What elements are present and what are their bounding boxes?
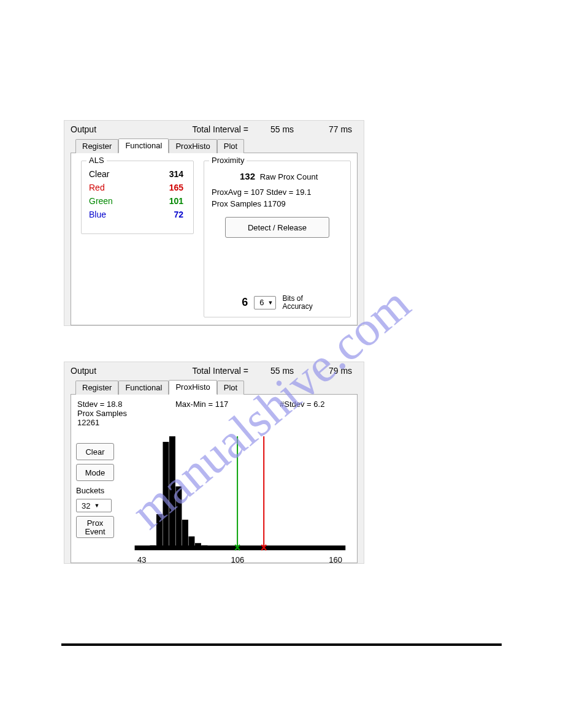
buckets-select-value: 32: [82, 501, 90, 510]
als-legend: ALS: [86, 156, 107, 165]
bits-select-value: 6: [259, 298, 264, 307]
prox-event-button[interactable]: ProxEvent: [76, 516, 114, 538]
prox-avg-stdev: ProxAvg = 107 Stdev = 19.1: [212, 188, 345, 197]
tabstrip: Register Functional ProxHisto Plot: [75, 138, 358, 153]
proximity-groupbox: Proximity 132 Raw Prox Count ProxAvg = 1…: [204, 161, 351, 317]
tab-functional[interactable]: Functional: [118, 138, 169, 153]
als-row-clear: Clear 314: [86, 167, 188, 181]
footer-rule: [61, 643, 502, 646]
raw-prox-count-label: Raw Prox Count: [260, 172, 318, 181]
tab-proxhisto[interactable]: ProxHisto: [169, 380, 216, 395]
chevron-down-icon: ▼: [94, 502, 99, 509]
als-blue-value: 72: [174, 210, 183, 219]
bits-of-accuracy-row: 6 6 ▼ Bits of Accuracy: [204, 295, 350, 311]
svg-rect-4: [169, 436, 175, 548]
total-interval-value-1: 55 ms: [248, 124, 316, 134]
functional-tab-body: ALS Clear 314 Red 165 Green 101 Blue 72 …: [71, 153, 358, 325]
svg-rect-2: [156, 514, 163, 547]
axis-mid: 106: [231, 555, 245, 564]
histo-numstdev: #Stdev = 6.2: [280, 400, 352, 427]
total-interval-label: Total Interval =: [163, 124, 248, 134]
proxhisto-tab-body: Stdev = 18.8 Prox Samples 12261 Max-Min …: [71, 394, 358, 563]
svg-rect-6: [182, 520, 188, 547]
histo-area: Clear Mode Buckets 32 ▼ ProxEvent 43 106…: [76, 430, 352, 564]
total-interval-value-1: 55 ms: [248, 366, 316, 376]
histo-stdev: Stdev = 18.8: [77, 400, 175, 409]
total-interval-value-2: 79 ms: [316, 366, 365, 376]
tabstrip: Register Functional ProxHisto Plot: [75, 379, 358, 394]
bits-display-value: 6: [242, 296, 248, 309]
tab-plot[interactable]: Plot: [217, 139, 244, 153]
buckets-label: Buckets: [76, 486, 125, 495]
histo-stats-row: Stdev = 18.8 Prox Samples 12261 Max-Min …: [77, 400, 352, 427]
tab-register[interactable]: Register: [75, 139, 118, 153]
als-row-green: Green 101: [86, 194, 188, 208]
als-clear-label: Clear: [89, 169, 109, 179]
als-red-value: 165: [169, 183, 183, 192]
als-row-red: Red 165: [86, 181, 188, 194]
histogram-chart: [125, 430, 352, 564]
tab-proxhisto[interactable]: ProxHisto: [169, 139, 216, 153]
svg-rect-3: [163, 442, 169, 547]
clear-button[interactable]: Clear: [76, 443, 114, 460]
detect-release-button[interactable]: Detect / Release: [225, 217, 329, 238]
bits-of-accuracy-label: Bits of Accuracy: [282, 295, 312, 311]
mode-button[interactable]: Mode: [76, 464, 114, 481]
panel2-header: Output Total Interval = 55 ms 79 ms: [71, 366, 358, 376]
output-panel-functional: Output Total Interval = 55 ms 77 ms Regi…: [64, 120, 364, 326]
svg-rect-10: [135, 545, 346, 550]
histo-plot: 43 106 160: [125, 430, 352, 564]
panel1-header: Output Total Interval = 55 ms 77 ms: [71, 124, 358, 134]
total-interval-value-2: 77 ms: [316, 124, 365, 134]
als-green-label: Green: [89, 196, 113, 206]
chevron-down-icon: ▼: [267, 300, 273, 306]
als-red-label: Red: [89, 183, 105, 192]
axis-min: 43: [137, 555, 146, 564]
tab-functional[interactable]: Functional: [118, 381, 169, 395]
tab-register[interactable]: Register: [75, 381, 118, 395]
histo-proxsamples-label: Prox Samples: [77, 409, 175, 418]
prox-samples: Prox Samples 11709: [212, 199, 345, 208]
als-groupbox: ALS Clear 314 Red 165 Green 101 Blue 72: [81, 161, 194, 234]
histo-controls: Clear Mode Buckets 32 ▼ ProxEvent: [76, 430, 125, 564]
axis-max: 160: [329, 555, 342, 564]
total-interval-label: Total Interval =: [163, 366, 248, 376]
histo-axis-labels: 43 106 160: [125, 555, 342, 564]
histo-proxsamples-value: 12261: [77, 418, 175, 427]
tab-plot[interactable]: Plot: [217, 381, 244, 395]
raw-prox-count-row: 132 Raw Prox Count: [240, 171, 345, 181]
output-label: Output: [71, 366, 163, 376]
als-green-value: 101: [169, 196, 183, 206]
buckets-select[interactable]: 32 ▼: [76, 499, 112, 512]
svg-rect-5: [175, 487, 182, 548]
als-blue-label: Blue: [89, 210, 106, 219]
output-label: Output: [71, 124, 163, 134]
als-row-blue: Blue 72: [86, 208, 188, 221]
output-panel-proxhisto: Output Total Interval = 55 ms 79 ms Regi…: [64, 362, 364, 564]
histo-maxmin: Max-Min = 117: [175, 400, 280, 427]
als-clear-value: 314: [169, 169, 183, 179]
proximity-legend: Proximity: [209, 156, 247, 165]
bits-select[interactable]: 6 ▼: [254, 296, 276, 309]
raw-prox-count-value: 132: [240, 171, 255, 181]
